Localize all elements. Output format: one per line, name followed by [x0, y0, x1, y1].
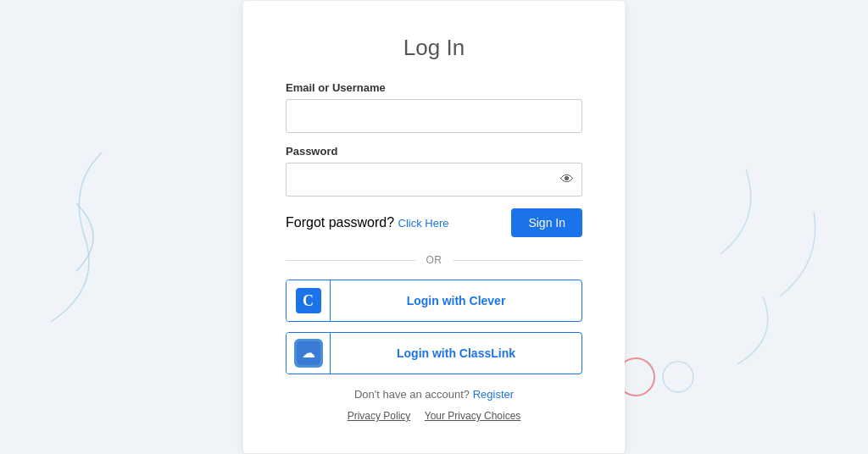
- page-title: Log In: [286, 35, 582, 61]
- register-link[interactable]: Register: [473, 388, 514, 401]
- classlink-icon-wrapper: ☁: [287, 333, 331, 374]
- clever-icon-wrapper: C: [287, 280, 331, 321]
- or-text: OR: [426, 254, 442, 266]
- forgot-row: Forgot password? Click Here Sign In: [286, 208, 582, 237]
- email-field-group: Email or Username: [286, 81, 582, 133]
- sign-in-button[interactable]: Sign In: [511, 208, 582, 237]
- forgot-password-text: Forgot password? Click Here: [286, 215, 448, 230]
- toggle-password-icon[interactable]: 👁: [560, 172, 574, 187]
- email-label: Email or Username: [286, 81, 582, 94]
- clever-login-label: Login with Clever: [331, 294, 581, 307]
- password-input[interactable]: [286, 163, 582, 197]
- password-label: Password: [286, 145, 582, 158]
- password-wrapper: 👁: [286, 163, 582, 197]
- register-prompt-text: Don't have an account?: [354, 388, 470, 401]
- classlink-login-label: Login with ClassLink: [331, 346, 581, 360]
- privacy-policy-link[interactable]: Privacy Policy: [348, 410, 411, 422]
- password-field-group: Password 👁: [286, 145, 582, 197]
- forgot-password-link[interactable]: Click Here: [398, 217, 449, 230]
- clever-login-button[interactable]: C Login with Clever: [286, 280, 582, 322]
- register-row: Don't have an account? Register: [286, 388, 582, 401]
- login-card: Log In Email or Username Password 👁 Forg…: [243, 1, 625, 453]
- svg-text:☁: ☁: [302, 346, 315, 360]
- classlink-login-button[interactable]: ☁ Login with ClassLink: [286, 332, 582, 374]
- or-line-left: [286, 260, 416, 261]
- clever-icon: C: [296, 288, 321, 313]
- privacy-choices-link[interactable]: Your Privacy Choices: [425, 410, 521, 422]
- email-input[interactable]: [286, 99, 582, 133]
- privacy-row: Privacy Policy Your Privacy Choices: [286, 407, 582, 423]
- classlink-icon: ☁: [294, 339, 323, 368]
- or-divider: OR: [286, 254, 582, 266]
- or-line-right: [453, 260, 583, 261]
- svg-point-1: [663, 362, 693, 392]
